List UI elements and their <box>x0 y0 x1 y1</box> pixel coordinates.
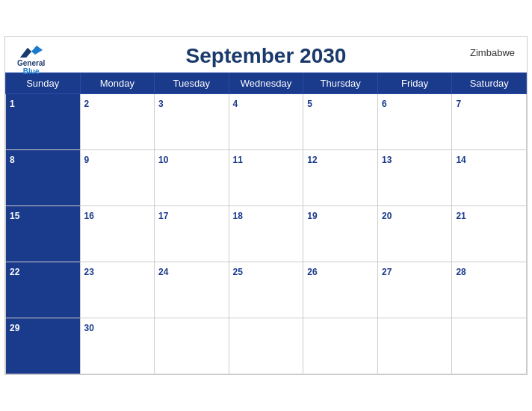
day-cell: 26 <box>303 262 378 318</box>
logo-blue: Blue <box>23 67 40 75</box>
header-wednesday: Wednesday <box>229 73 303 94</box>
header-sunday: Sunday <box>6 73 81 94</box>
day-cell: 17 <box>155 206 229 262</box>
header-monday: Monday <box>80 73 155 94</box>
day-number: 3 <box>158 99 164 109</box>
day-number: 11 <box>233 155 243 165</box>
week-row-5: 2930 <box>6 318 527 374</box>
day-cell: 4 <box>229 94 303 150</box>
week-row-1: 1234567 <box>6 94 527 150</box>
week-row-3: 15161718192021 <box>6 206 527 262</box>
day-cell: 23 <box>80 262 155 318</box>
day-cell: 9 <box>80 150 155 206</box>
day-cell <box>377 318 451 374</box>
day-cell: 29 <box>6 318 81 374</box>
week-row-4: 22232425262728 <box>6 262 527 318</box>
header-thursday: Thursday <box>303 73 378 94</box>
day-cell: 25 <box>229 262 303 318</box>
day-number: 14 <box>456 155 466 165</box>
day-number: 25 <box>233 267 243 277</box>
day-number: 18 <box>233 211 243 221</box>
logo-area: General Blue <box>17 44 45 75</box>
week-row-2: 891011121314 <box>6 150 527 206</box>
day-cell: 8 <box>6 150 81 206</box>
day-number: 6 <box>382 99 387 109</box>
day-number: 16 <box>84 211 94 221</box>
calendar-table: Sunday Monday Tuesday Wednesday Thursday… <box>5 72 527 374</box>
calendar-title: September 2030 <box>20 44 512 68</box>
day-cell: 18 <box>229 206 303 262</box>
day-number: 26 <box>307 267 317 277</box>
day-number: 21 <box>456 211 466 221</box>
day-number: 28 <box>456 267 466 277</box>
day-cell: 2 <box>80 94 155 150</box>
header-saturday: Saturday <box>452 73 527 94</box>
day-number: 13 <box>382 155 392 165</box>
day-number: 7 <box>456 99 461 109</box>
day-number: 8 <box>10 155 15 165</box>
day-cell: 21 <box>452 206 527 262</box>
weekday-header-row: Sunday Monday Tuesday Wednesday Thursday… <box>6 73 527 94</box>
day-cell: 28 <box>452 262 527 318</box>
day-cell: 11 <box>229 150 303 206</box>
day-number: 15 <box>10 211 19 221</box>
calendar-header: General Blue September 2030 Zimbabwe <box>5 37 527 72</box>
day-number: 10 <box>158 155 168 165</box>
calendar-body: 1234567891011121314151617181920212223242… <box>6 94 527 374</box>
svg-marker-1 <box>20 48 31 58</box>
day-number: 30 <box>84 323 94 333</box>
day-cell: 22 <box>6 262 81 318</box>
day-cell: 7 <box>452 94 527 150</box>
day-cell: 13 <box>377 150 451 206</box>
day-cell: 20 <box>377 206 451 262</box>
day-cell: 14 <box>452 150 527 206</box>
day-number: 4 <box>233 99 238 109</box>
day-cell: 6 <box>377 94 451 150</box>
day-cell: 30 <box>80 318 155 374</box>
day-cell: 10 <box>155 150 229 206</box>
day-number: 27 <box>382 267 392 277</box>
day-cell <box>155 318 229 374</box>
day-number: 5 <box>307 99 312 109</box>
day-cell <box>452 318 527 374</box>
day-number: 20 <box>382 211 392 221</box>
country-label: Zimbabwe <box>470 47 515 58</box>
day-cell: 24 <box>155 262 229 318</box>
day-cell: 27 <box>377 262 451 318</box>
day-cell: 5 <box>303 94 378 150</box>
day-cell: 3 <box>155 94 229 150</box>
day-number: 19 <box>307 211 317 221</box>
day-cell <box>229 318 303 374</box>
day-number: 2 <box>84 99 90 109</box>
day-cell: 19 <box>303 206 378 262</box>
day-number: 24 <box>158 267 168 277</box>
logo-general: General <box>17 59 45 67</box>
day-cell: 16 <box>80 206 155 262</box>
day-number: 17 <box>158 211 168 221</box>
day-cell: 12 <box>303 150 378 206</box>
day-number: 1 <box>10 99 15 109</box>
day-number: 12 <box>307 155 317 165</box>
day-cell: 15 <box>6 206 81 262</box>
day-number: 23 <box>84 267 94 277</box>
day-number: 9 <box>84 155 90 165</box>
calendar-container: General Blue September 2030 Zimbabwe Sun… <box>4 36 528 375</box>
header-tuesday: Tuesday <box>155 73 229 94</box>
day-cell: 1 <box>6 94 81 150</box>
header-friday: Friday <box>377 73 451 94</box>
day-number: 22 <box>10 267 19 277</box>
day-number: 29 <box>10 323 19 333</box>
logo-icon <box>20 44 43 59</box>
day-cell <box>303 318 378 374</box>
